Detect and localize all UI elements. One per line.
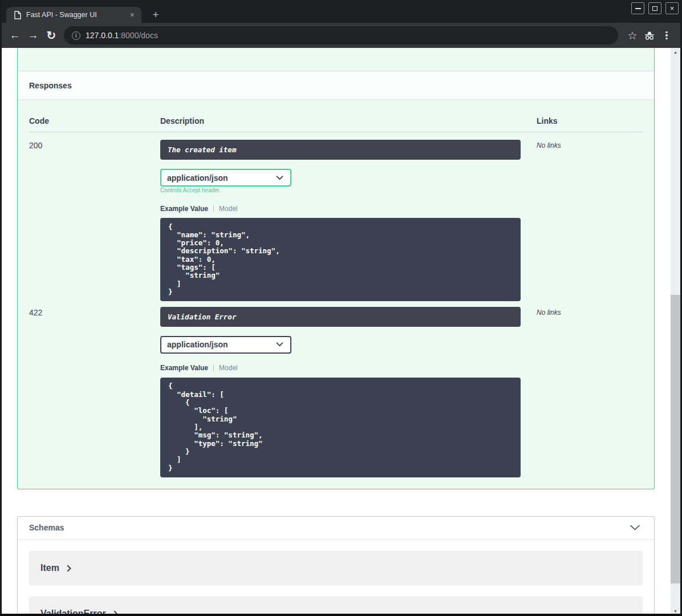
responses-table-header: Code Description Links	[29, 99, 643, 132]
back-button[interactable]: ←	[6, 26, 24, 44]
links-column-header: Links	[537, 116, 643, 125]
opblock-spacer	[18, 48, 654, 71]
response-description-box: The created item	[160, 140, 521, 160]
response-description-box: Validation Error	[160, 307, 521, 327]
response-links-cell: No links	[537, 140, 643, 301]
scrollbar-thumb[interactable]	[671, 295, 680, 583]
schemas-section: Schemas Item ValidationError	[17, 516, 655, 616]
minimize-button[interactable]	[631, 2, 644, 14]
browser-toolbar: ← → ↻ i 127.0.0.1:8000/docs ☆	[0, 23, 682, 48]
tab-divider	[213, 205, 214, 212]
response-description-text: Validation Error	[168, 313, 236, 321]
response-row-200: 200 The created item application/json Co…	[29, 132, 643, 301]
incognito-icon	[644, 30, 655, 40]
response-code: 200	[29, 140, 160, 301]
url-host: 127.0.0.1	[86, 31, 119, 40]
maximize-icon	[652, 6, 657, 11]
browser-tab[interactable]: Fast API - Swagger UI ×	[6, 7, 141, 23]
schema-item[interactable]: Item	[29, 551, 643, 585]
tab-example-value[interactable]: Example Value	[160, 364, 208, 372]
site-info-icon[interactable]: i	[72, 31, 80, 40]
example-model-tabs: Example Value Model	[160, 364, 537, 372]
browser-menu-button[interactable]	[658, 27, 675, 44]
schemas-header[interactable]: Schemas	[18, 517, 654, 540]
titlebar: Fast API - Swagger UI × + ×	[0, 0, 682, 23]
reload-icon: ↻	[47, 29, 56, 42]
description-column-header: Description	[160, 116, 537, 125]
responses-table: Code Description Links 200 The created i…	[18, 99, 654, 489]
example-json-block: { "detail": [ { "loc": [ "string" ], "ms…	[160, 378, 521, 477]
tab-title: Fast API - Swagger UI	[26, 11, 128, 19]
tab-model[interactable]: Model	[219, 205, 238, 213]
chevron-down-icon	[276, 342, 283, 347]
schemas-body: Item ValidationError	[18, 540, 654, 616]
page-content: Responses Code Description Links 200 The…	[0, 48, 682, 616]
bookmark-star-button[interactable]: ☆	[624, 27, 641, 44]
star-icon: ☆	[627, 29, 637, 42]
tab-close-icon[interactable]: ×	[128, 10, 137, 19]
window-controls: ×	[627, 2, 679, 14]
example-json-block: { "name": "string", "price": 0, "descrip…	[160, 218, 521, 301]
response-description-cell: The created item application/json Contro…	[160, 140, 537, 301]
media-type-select[interactable]: application/json	[160, 336, 291, 354]
media-type-value: application/json	[167, 340, 228, 349]
no-links-text: No links	[537, 307, 561, 317]
incognito-indicator	[641, 27, 658, 44]
responses-title: Responses	[29, 81, 72, 90]
schema-label: Item	[40, 563, 59, 573]
kebab-menu-icon	[665, 31, 667, 40]
url-text[interactable]: 127.0.0.1:8000/docs	[86, 31, 158, 40]
media-type-value: application/json	[167, 173, 228, 183]
maximize-button[interactable]	[648, 2, 661, 14]
browser-window: Fast API - Swagger UI × + × ← → ↻ i 127.…	[0, 0, 682, 616]
new-tab-button[interactable]: +	[148, 7, 163, 22]
post-operation-block: Responses Code Description Links 200 The…	[17, 48, 655, 489]
response-description-text: The created item	[168, 145, 236, 154]
response-links-cell: No links	[537, 307, 643, 477]
address-bar[interactable]: i 127.0.0.1:8000/docs	[64, 26, 618, 44]
url-path: :8000/docs	[119, 31, 158, 40]
forward-button[interactable]: →	[24, 26, 42, 44]
schemas-title: Schemas	[29, 523, 64, 532]
no-links-text: No links	[537, 140, 561, 149]
responses-section-header: Responses	[18, 71, 654, 99]
close-icon: ×	[670, 5, 675, 12]
response-code: 422	[29, 307, 160, 477]
tab-divider	[213, 364, 214, 371]
controls-accept-note: Controls Accept header.	[160, 187, 537, 193]
code-column-header: Code	[29, 116, 160, 125]
response-row-422: 422 Validation Error application/json	[29, 301, 643, 477]
close-button[interactable]: ×	[665, 2, 679, 14]
vertical-scrollbar[interactable]: ▲ ▼	[671, 48, 680, 616]
response-description-cell: Validation Error application/json Exampl…	[160, 307, 537, 477]
reload-button[interactable]: ↻	[42, 26, 60, 44]
scroll-up-arrow-icon[interactable]: ▲	[671, 48, 680, 56]
chevron-right-icon	[67, 565, 71, 572]
example-model-tabs: Example Value Model	[160, 205, 537, 212]
forward-icon: →	[28, 29, 39, 42]
chevron-down-icon[interactable]	[630, 525, 640, 530]
page-favicon-icon	[14, 11, 21, 19]
minimize-icon	[635, 8, 641, 9]
window-frame-left	[0, 0, 2, 616]
schema-item[interactable]: ValidationError	[29, 597, 643, 616]
media-type-select[interactable]: application/json	[160, 169, 291, 187]
tab-example-value[interactable]: Example Value	[160, 205, 208, 213]
window-frame-bottom	[0, 614, 682, 616]
tab-model[interactable]: Model	[219, 364, 238, 372]
chevron-down-icon	[276, 176, 283, 180]
back-icon: ←	[10, 29, 21, 42]
